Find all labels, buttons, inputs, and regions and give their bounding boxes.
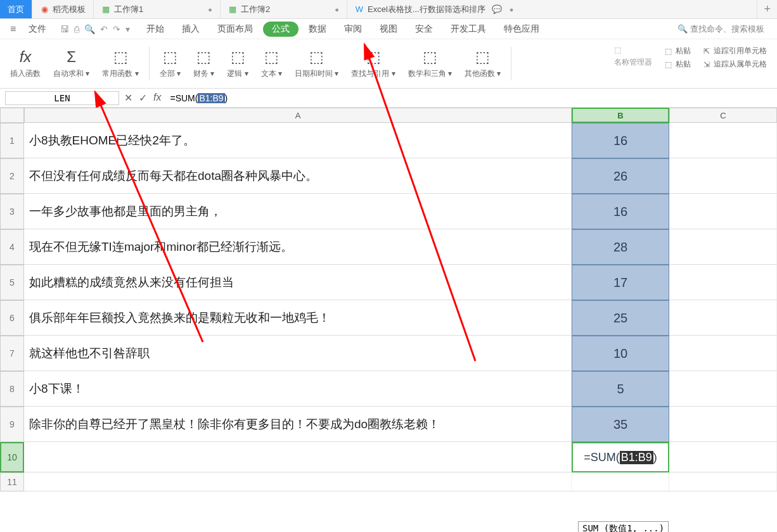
enter-icon[interactable]: ✓ xyxy=(139,92,147,104)
cell-B[interactable]: 25 xyxy=(572,300,669,336)
cell-A[interactable]: 不但没有任何成绩反而每天都在dota圈各种风暴中心。 xyxy=(24,158,572,194)
cancel-icon[interactable]: ✕ xyxy=(124,92,132,104)
print-icon[interactable]: ⎙ xyxy=(74,24,79,34)
row-header[interactable]: 8 xyxy=(0,371,24,407)
tab-label: Excel表格技...行数据筛选和排序 xyxy=(368,4,485,15)
cell-C[interactable] xyxy=(669,300,777,336)
menu-review[interactable]: 审阅 xyxy=(337,21,369,37)
close-icon[interactable]: ● xyxy=(510,6,514,13)
ribbon-label[interactable]: 名称管理器 xyxy=(614,57,652,68)
ribbon-text[interactable]: ⬚ 文本 ▾ xyxy=(256,42,287,86)
menu-page-layout[interactable]: 页面布局 xyxy=(210,21,260,37)
menu-special[interactable]: 特色应用 xyxy=(496,21,547,37)
ribbon-common-fn[interactable]: ⬚ 常用函数 ▾ xyxy=(97,42,143,86)
cell-C[interactable] xyxy=(669,229,777,265)
tab-template[interactable]: ◉ 稻壳模板 xyxy=(32,0,94,18)
ribbon-datetime[interactable]: ⬚ 日期和时间 ▾ xyxy=(290,42,344,86)
name-box[interactable] xyxy=(5,91,119,105)
hamburger-icon[interactable]: ≡ xyxy=(5,23,21,35)
cell-A[interactable]: 小8执教EHOME已经快2年了。 xyxy=(24,123,572,158)
ribbon-label: 全部 ▾ xyxy=(160,68,181,79)
redo-icon[interactable]: ↷ xyxy=(113,24,120,34)
cell-C[interactable] xyxy=(669,194,777,229)
cell-B[interactable]: 17 xyxy=(572,265,669,300)
fx-icon[interactable]: fx xyxy=(153,92,161,104)
tab-excel-tips[interactable]: W Excel表格技...行数据筛选和排序 💬 ● xyxy=(347,0,757,18)
row-header[interactable]: 6 xyxy=(0,300,24,336)
ribbon-other-fn[interactable]: ⬚ 其他函数 ▾ xyxy=(459,42,506,86)
tab-workbook2[interactable]: ▦ 工作簿2 ● xyxy=(221,0,347,18)
menu-security[interactable]: 安全 xyxy=(408,21,440,37)
cell-A[interactable]: 小8下课！ xyxy=(24,371,572,407)
ribbon-all[interactable]: ⬚ 全部 ▾ xyxy=(155,42,186,86)
cell-C[interactable] xyxy=(669,123,777,158)
row-header[interactable]: 10 xyxy=(0,442,24,472)
cell-B[interactable]: 16 xyxy=(572,123,669,158)
cell-B[interactable]: 35 xyxy=(572,407,669,442)
cell-C[interactable] xyxy=(669,371,777,407)
cell-A[interactable]: 除非你的自尊已经开了黑皇杖！除非你有更多目的！不要成为do圈教练老赖！ xyxy=(24,407,572,442)
select-all-corner[interactable] xyxy=(0,108,24,123)
data-row: 2 不但没有任何成绩反而每天都在dota圈各种风暴中心。 26 xyxy=(0,158,777,194)
row-header[interactable]: 2 xyxy=(0,158,24,194)
col-header-A[interactable]: A xyxy=(24,108,572,123)
cell-C[interactable] xyxy=(669,442,777,472)
cell-A[interactable]: 现在不但无缘TI连major和minor都已经渐行渐远。 xyxy=(24,229,572,265)
menu-view[interactable]: 视图 xyxy=(372,21,405,37)
close-icon[interactable]: ● xyxy=(335,6,339,13)
close-icon[interactable]: ● xyxy=(208,6,212,13)
cell-C[interactable] xyxy=(669,265,777,300)
menu-formula[interactable]: 公式 xyxy=(263,22,299,37)
cell-A[interactable] xyxy=(24,442,572,472)
cell-B[interactable]: 28 xyxy=(572,229,669,265)
cell-A[interactable]: 就这样他也不引咎辞职 xyxy=(24,336,572,371)
ribbon-lookup[interactable]: ⬚ 查找与引用 ▾ xyxy=(346,42,400,86)
ribbon-label: 粘贴 xyxy=(676,46,691,56)
undo-icon[interactable]: ↶ xyxy=(100,24,108,34)
ribbon-insert-fn[interactable]: fx 插入函数 xyxy=(5,42,46,86)
row-header[interactable]: 9 xyxy=(0,407,24,442)
row-header[interactable]: 11 xyxy=(0,472,24,491)
row-header[interactable]: 3 xyxy=(0,194,24,229)
menu-data[interactable]: 数据 xyxy=(301,21,334,37)
save-icon[interactable]: 🖫 xyxy=(60,24,69,34)
ribbon-logic[interactable]: ⬚ 逻辑 ▾ xyxy=(222,42,253,86)
tab-workbook1[interactable]: ▦ 工作簿1 ● xyxy=(94,0,221,18)
menu-file[interactable]: 文件 xyxy=(23,23,51,35)
dropdown-icon[interactable]: ▾ xyxy=(125,24,130,34)
menu-start[interactable]: 开始 xyxy=(139,21,172,37)
cell-B-active[interactable]: =SUM(B1:B9) xyxy=(572,442,669,472)
cell-A[interactable] xyxy=(24,472,572,491)
new-tab-button[interactable]: + xyxy=(757,3,777,16)
formula-hint-tooltip: SUM (数值1, ...) xyxy=(578,521,669,532)
cell-B[interactable]: 26 xyxy=(572,158,669,194)
cell-C[interactable] xyxy=(669,158,777,194)
cell-C[interactable] xyxy=(669,336,777,371)
cell-B[interactable]: 10 xyxy=(572,336,669,371)
col-header-C[interactable]: C xyxy=(669,108,777,123)
cell-A[interactable]: 如此糟糕的成绩竟然从来没有任何担当 xyxy=(24,265,572,300)
ribbon-auto-sum[interactable]: Σ 自动求和 ▾ xyxy=(48,42,94,86)
preview-icon[interactable]: 🔍 xyxy=(84,24,95,34)
menu-dev-tools[interactable]: 开发工具 xyxy=(443,21,494,37)
menu-insert[interactable]: 插入 xyxy=(174,21,207,37)
row-header[interactable]: 4 xyxy=(0,229,24,265)
search-icon: 🔍 xyxy=(677,24,688,34)
row-header[interactable]: 5 xyxy=(0,265,24,300)
row-header[interactable]: 1 xyxy=(0,123,24,158)
col-header-B[interactable]: B xyxy=(572,108,669,123)
ribbon-name-mgr: ⬚ 名称管理器 xyxy=(609,42,657,86)
cell-A[interactable]: 俱乐部年年巨额投入竟然换来的是颗粒无收和一地鸡毛！ xyxy=(24,300,572,336)
cell-C[interactable] xyxy=(669,407,777,442)
cell-B[interactable]: 5 xyxy=(572,371,669,407)
ribbon-math[interactable]: ⬚ 数学和三角 ▾ xyxy=(403,42,457,86)
ribbon-finance[interactable]: ⬚ 财务 ▾ xyxy=(188,42,219,86)
formula-input[interactable]: =SUM(B1:B9) xyxy=(166,92,231,104)
search-box[interactable]: 🔍 查找命令、搜索模板 xyxy=(677,23,772,35)
tab-home[interactable]: 首页 xyxy=(0,0,32,18)
cell-B[interactable] xyxy=(572,472,669,491)
cell-C[interactable] xyxy=(669,472,777,491)
cell-A[interactable]: 一年多少故事他都是里面的男主角， xyxy=(24,194,572,229)
cell-B[interactable]: 16 xyxy=(572,194,669,229)
row-header[interactable]: 7 xyxy=(0,336,24,371)
